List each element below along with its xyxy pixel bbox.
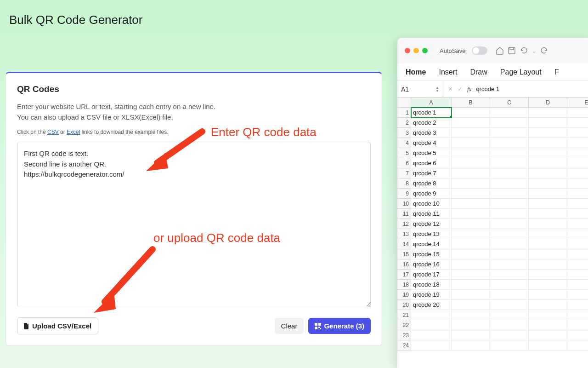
cell-C4[interactable] (490, 138, 529, 148)
cell-D20[interactable] (529, 300, 567, 310)
cell-C23[interactable] (490, 330, 529, 340)
cell-A13[interactable]: qrcode 13 (411, 229, 452, 239)
cell-E11[interactable] (567, 209, 588, 219)
cell-D1[interactable] (529, 108, 567, 118)
cell-A2[interactable]: qrcode 2 (411, 118, 452, 128)
row-header-7[interactable]: 7 (397, 168, 411, 178)
cell-E10[interactable] (567, 199, 588, 209)
cell-A4[interactable]: qrcode 4 (411, 138, 452, 148)
cell-D10[interactable] (529, 199, 567, 209)
cell-E8[interactable] (567, 178, 588, 189)
row-header-12[interactable]: 12 (397, 219, 411, 229)
cell-B8[interactable] (452, 178, 490, 189)
cell-D16[interactable] (529, 259, 567, 270)
column-header-A[interactable]: A (411, 98, 452, 108)
cell-B6[interactable] (452, 158, 490, 168)
cell-D2[interactable] (529, 118, 567, 128)
cell-B13[interactable] (452, 229, 490, 239)
cell-A9[interactable]: qrcode 9 (411, 189, 452, 199)
cell-C6[interactable] (490, 158, 529, 168)
cell-B5[interactable] (452, 148, 490, 158)
cell-B18[interactable] (452, 280, 490, 290)
cancel-icon[interactable]: ✕ (448, 86, 453, 92)
cell-D6[interactable] (529, 158, 567, 168)
cell-B15[interactable] (452, 249, 490, 259)
column-header-D[interactable]: D (529, 98, 567, 108)
cell-reference-box[interactable]: A1 ▲▼ (397, 81, 443, 97)
row-header-17[interactable]: 17 (397, 270, 411, 280)
cell-A8[interactable]: qrcode 8 (411, 178, 452, 189)
generate-button[interactable]: Generate (3) (308, 318, 371, 334)
tab-formulas[interactable]: F (554, 68, 559, 76)
cell-D12[interactable] (529, 219, 567, 229)
row-header-18[interactable]: 18 (397, 280, 411, 290)
cell-D9[interactable] (529, 189, 567, 199)
formula-input-area[interactable]: ✕ ✓ fx qrcode 1 (443, 81, 588, 97)
cell-A7[interactable]: qrcode 7 (411, 168, 452, 178)
cell-D14[interactable] (529, 239, 567, 249)
cell-A22[interactable] (411, 320, 452, 330)
confirm-icon[interactable]: ✓ (458, 86, 463, 92)
cell-C2[interactable] (490, 118, 529, 128)
cell-C21[interactable] (490, 310, 529, 320)
cell-A5[interactable]: qrcode 5 (411, 148, 452, 158)
cell-A11[interactable]: qrcode 11 (411, 209, 452, 219)
redo-icon[interactable] (540, 46, 548, 55)
cell-D7[interactable] (529, 168, 567, 178)
cell-A20[interactable]: qrcode 20 (411, 300, 452, 310)
cell-E12[interactable] (567, 219, 588, 229)
cell-A21[interactable] (411, 310, 452, 320)
row-header-5[interactable]: 5 (397, 148, 411, 158)
upload-button[interactable]: Upload CSV/Excel (17, 317, 98, 334)
row-header-15[interactable]: 15 (397, 249, 411, 259)
cell-B12[interactable] (452, 219, 490, 229)
cell-B22[interactable] (452, 320, 490, 330)
cell-E14[interactable] (567, 239, 588, 249)
row-header-21[interactable]: 21 (397, 310, 411, 320)
cell-B14[interactable] (452, 239, 490, 249)
row-header-13[interactable]: 13 (397, 229, 411, 239)
row-header-19[interactable]: 19 (397, 290, 411, 300)
cell-C16[interactable] (490, 259, 529, 270)
cell-C22[interactable] (490, 320, 529, 330)
cell-C13[interactable] (490, 229, 529, 239)
cell-E22[interactable] (567, 320, 588, 330)
cell-D3[interactable] (529, 128, 567, 138)
cell-D15[interactable] (529, 249, 567, 259)
cell-B17[interactable] (452, 270, 490, 280)
stepper-icon[interactable]: ▲▼ (435, 86, 439, 92)
cell-B1[interactable] (452, 108, 490, 118)
row-header-16[interactable]: 16 (397, 259, 411, 270)
cell-A1[interactable]: qrcode 1 (411, 108, 452, 118)
column-header-C[interactable]: C (490, 98, 529, 108)
cell-E3[interactable] (567, 128, 588, 138)
cell-E15[interactable] (567, 249, 588, 259)
cell-C17[interactable] (490, 270, 529, 280)
cell-C8[interactable] (490, 178, 529, 189)
tab-page-layout[interactable]: Page Layout (500, 68, 542, 76)
row-header-9[interactable]: 9 (397, 189, 411, 199)
cell-E21[interactable] (567, 310, 588, 320)
column-header-E[interactable]: E (567, 98, 588, 108)
tab-home[interactable]: Home (406, 68, 426, 76)
close-icon[interactable] (405, 48, 410, 53)
cell-D13[interactable] (529, 229, 567, 239)
tab-draw[interactable]: Draw (470, 68, 487, 76)
cell-E23[interactable] (567, 330, 588, 340)
cell-A3[interactable]: qrcode 3 (411, 128, 452, 138)
cell-D18[interactable] (529, 280, 567, 290)
cell-A15[interactable]: qrcode 15 (411, 249, 452, 259)
cell-E19[interactable] (567, 290, 588, 300)
tab-insert[interactable]: Insert (439, 68, 457, 76)
cell-A23[interactable] (411, 330, 452, 340)
row-header-6[interactable]: 6 (397, 158, 411, 168)
row-header-1[interactable]: 1 (397, 108, 411, 118)
maximize-icon[interactable] (422, 48, 428, 53)
cell-D23[interactable] (529, 330, 567, 340)
row-header-24[interactable]: 24 (397, 340, 411, 351)
row-header-23[interactable]: 23 (397, 330, 411, 340)
cell-C24[interactable] (490, 340, 529, 351)
cell-A10[interactable]: qrcode 10 (411, 199, 452, 209)
row-header-20[interactable]: 20 (397, 300, 411, 310)
cell-B4[interactable] (452, 138, 490, 148)
